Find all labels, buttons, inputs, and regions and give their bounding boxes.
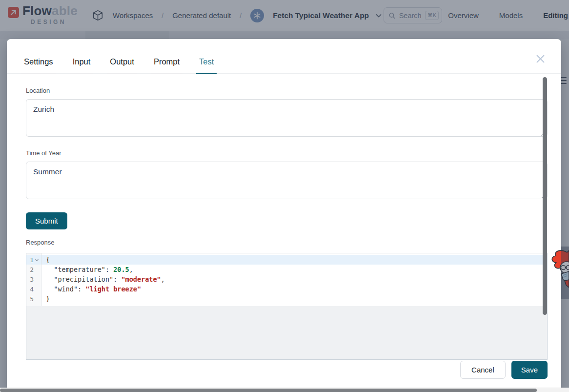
editor-bottom-spacer bbox=[26, 304, 547, 306]
code-line[interactable]: "precipitation": "moderate", bbox=[41, 274, 547, 284]
time-of-year-field-wrap: Summer bbox=[26, 162, 548, 199]
line-number: 4 bbox=[26, 286, 34, 293]
gutter-line-4: 4 bbox=[26, 284, 41, 294]
dialog-footer: Cancel Save bbox=[7, 361, 561, 379]
line-number: 2 bbox=[26, 266, 34, 273]
editor-line-2[interactable]: 2 "temperature": 20.5, bbox=[26, 265, 547, 274]
tab-prompt[interactable]: Prompt bbox=[151, 57, 183, 74]
line-number: 3 bbox=[26, 276, 34, 283]
code-line[interactable]: "wind": "light breeze" bbox=[41, 284, 547, 294]
response-label: Response bbox=[26, 239, 548, 247]
gutter-line-2: 2 bbox=[26, 265, 41, 274]
gutter-line-1: 1 bbox=[26, 255, 41, 265]
editor-line-5[interactable]: 5 } bbox=[26, 294, 547, 304]
fold-chevron-icon[interactable] bbox=[34, 258, 40, 262]
dialog-tabbar: Settings Input Output Prompt Test bbox=[7, 39, 561, 74]
horizontal-scrollbar bbox=[0, 388, 569, 392]
tab-input[interactable]: Input bbox=[70, 57, 94, 74]
code-line[interactable]: } bbox=[41, 294, 547, 304]
location-label: Location bbox=[26, 87, 548, 95]
app-root: Flowable DESIGN Workspaces / Generated d… bbox=[0, 0, 569, 392]
response-code-editor[interactable]: 1 { 2 "temperature": 20.5, 3 "precipitat… bbox=[26, 253, 548, 360]
submit-button[interactable]: Submit bbox=[26, 212, 67, 229]
editor-line-3[interactable]: 3 "precipitation": "moderate", bbox=[26, 274, 547, 284]
gutter-line-3: 3 bbox=[26, 274, 41, 284]
editor-line-4[interactable]: 4 "wind": "light breeze" bbox=[26, 284, 547, 294]
tab-settings[interactable]: Settings bbox=[21, 57, 56, 74]
tab-test[interactable]: Test bbox=[196, 57, 217, 74]
save-button[interactable]: Save bbox=[511, 361, 548, 379]
location-field[interactable]: Zurich bbox=[26, 99, 548, 137]
test-dialog: Settings Input Output Prompt Test Locati… bbox=[7, 39, 561, 392]
cancel-button[interactable]: Cancel bbox=[460, 361, 506, 379]
horizontal-scrollbar-thumb[interactable] bbox=[0, 389, 537, 392]
code-line[interactable]: "temperature": 20.5, bbox=[41, 265, 547, 274]
line-number: 5 bbox=[26, 295, 34, 303]
modal-scrollbar-thumb[interactable] bbox=[543, 77, 547, 315]
time-of-year-field[interactable]: Summer bbox=[26, 162, 548, 199]
location-field-wrap: Zurich bbox=[26, 99, 548, 137]
editor-line-1[interactable]: 1 { bbox=[26, 255, 547, 265]
tab-output[interactable]: Output bbox=[107, 57, 137, 74]
code-line[interactable]: { bbox=[41, 255, 547, 265]
line-number: 1 bbox=[26, 256, 34, 264]
mascot-backdrop-dim bbox=[561, 247, 569, 299]
gutter-line-5: 5 bbox=[26, 294, 41, 304]
time-of-year-label: Time of Year bbox=[26, 149, 548, 157]
dialog-body: Location Zurich Time of Year Summer Subm… bbox=[7, 77, 561, 360]
